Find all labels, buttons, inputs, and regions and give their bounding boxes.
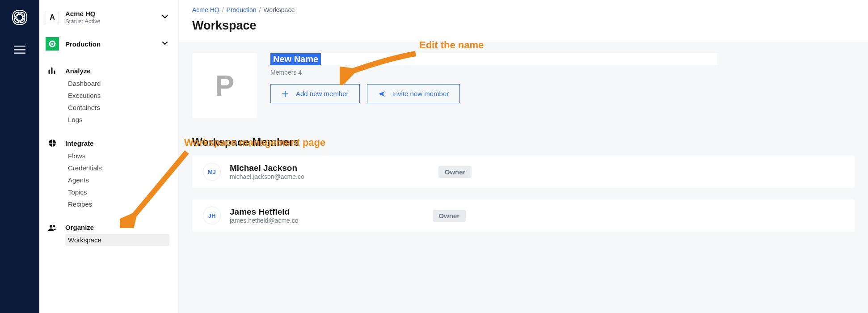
svg-point-5 <box>53 225 55 227</box>
chevron-down-icon <box>161 39 169 48</box>
chevron-down-icon <box>161 13 169 22</box>
invite-member-button[interactable]: Invite new member <box>367 84 460 103</box>
integrate-icon <box>46 139 59 147</box>
section-analyze[interactable]: Analyze <box>39 60 178 77</box>
svg-point-4 <box>50 225 52 228</box>
sidebar-item-recipes[interactable]: Recipes <box>65 198 178 210</box>
main-content: Acme HQ/ Production/ Workspace Workspace… <box>179 0 868 313</box>
project-name: Production <box>65 40 101 48</box>
workspace-avatar: P <box>192 53 257 118</box>
plus-icon <box>282 90 289 97</box>
nav-rail <box>0 0 39 313</box>
org-name: Acme HQ <box>65 10 155 17</box>
member-email: michael.jackson@acme.co <box>230 173 304 180</box>
add-member-button[interactable]: Add new member <box>270 84 360 103</box>
sidebar-item-dashboard[interactable]: Dashboard <box>65 77 178 89</box>
sidebar-item-executions[interactable]: Executions <box>65 89 178 102</box>
sidebar-item-topics[interactable]: Topics <box>65 186 178 198</box>
workspace-name-value: New Name <box>270 53 321 65</box>
organize-icon <box>46 224 59 231</box>
breadcrumb-org[interactable]: Acme HQ <box>192 6 219 13</box>
role-badge: Owner <box>433 210 466 222</box>
avatar: JH <box>203 207 221 224</box>
button-label: Add new member <box>296 90 349 97</box>
hamburger-menu-icon[interactable] <box>14 46 25 54</box>
project-avatar <box>46 37 59 51</box>
breadcrumb-current: Workspace <box>263 6 295 13</box>
sidebar-item-credentials[interactable]: Credentials <box>65 162 178 174</box>
org-status: Status: Active <box>65 18 155 25</box>
project-switcher[interactable]: Production <box>39 34 178 53</box>
members-section-title: Workspace Members <box>192 136 855 148</box>
analyze-icon <box>46 67 59 75</box>
breadcrumb-project[interactable]: Production <box>227 6 257 13</box>
section-label: Integrate <box>65 140 93 147</box>
sidebar-item-containers[interactable]: Containers <box>65 102 178 114</box>
sidebar: A Acme HQ Status: Active Production Anal… <box>39 0 179 313</box>
section-label: Analyze <box>65 67 91 75</box>
workspace-header-card: P New Name Members 4 Add new member Invi… <box>192 53 855 136</box>
org-avatar: A <box>46 11 59 24</box>
app-logo <box>11 9 28 28</box>
sidebar-item-agents[interactable]: Agents <box>65 174 178 186</box>
member-name: Michael Jackson <box>230 163 304 173</box>
avatar: MJ <box>203 163 221 181</box>
svg-point-0 <box>17 14 22 20</box>
member-name: James Hetfield <box>230 207 299 217</box>
breadcrumb: Acme HQ/ Production/ Workspace <box>179 0 868 13</box>
role-badge: Owner <box>438 166 472 178</box>
section-integrate[interactable]: Integrate <box>39 133 178 150</box>
member-email: james.hetfield@acme.co <box>230 217 299 224</box>
sidebar-item-flows[interactable]: Flows <box>65 150 178 162</box>
section-label: Organize <box>65 224 94 231</box>
workspace-member-count: Members 4 <box>270 69 302 76</box>
workspace-name-edit[interactable]: New Name <box>270 53 717 65</box>
sidebar-item-workspace[interactable]: Workspace <box>65 234 169 246</box>
member-row: JH James Hetfield james.hetfield@acme.co… <box>192 199 855 232</box>
member-row: MJ Michael Jackson michael.jackson@acme.… <box>192 156 855 188</box>
org-switcher[interactable]: A Acme HQ Status: Active <box>39 7 178 27</box>
page-title: Workspace <box>179 13 868 42</box>
sidebar-item-logs[interactable]: Logs <box>65 114 178 126</box>
button-label: Invite new member <box>392 90 449 97</box>
svg-point-2 <box>51 43 53 45</box>
send-icon <box>378 90 385 97</box>
section-organize[interactable]: Organize <box>39 217 178 234</box>
